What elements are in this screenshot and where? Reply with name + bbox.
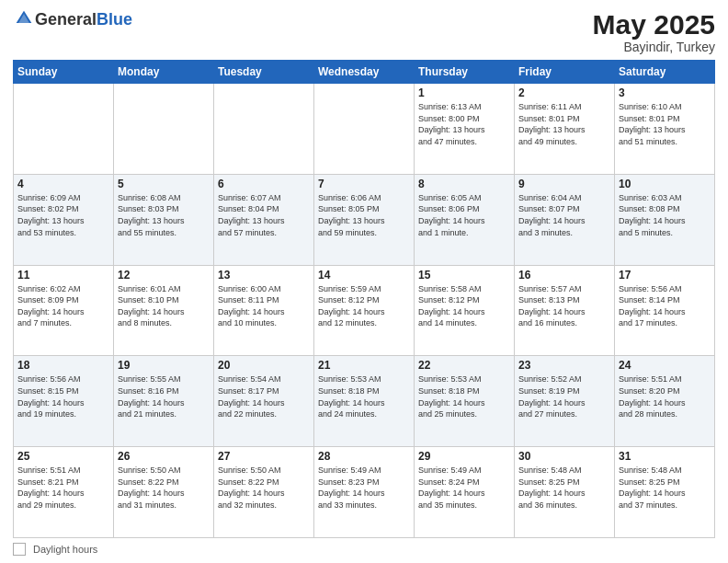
calendar-cell: 19Sunrise: 5:55 AM Sunset: 8:16 PM Dayli… — [114, 356, 214, 447]
calendar-cell: 11Sunrise: 6:02 AM Sunset: 8:09 PM Dayli… — [14, 265, 114, 356]
day-info: Sunrise: 5:58 AM Sunset: 8:12 PM Dayligh… — [418, 283, 510, 329]
calendar-cell: 30Sunrise: 5:48 AM Sunset: 8:25 PM Dayli… — [515, 447, 615, 538]
calendar-cell: 10Sunrise: 6:03 AM Sunset: 8:08 PM Dayli… — [615, 174, 715, 265]
calendar-header-monday: Monday — [114, 61, 214, 84]
day-number: 20 — [218, 359, 310, 372]
day-info: Sunrise: 6:10 AM Sunset: 8:01 PM Dayligh… — [619, 101, 711, 147]
calendar-cell — [114, 84, 214, 175]
day-number: 16 — [518, 269, 610, 282]
calendar-week-2: 4Sunrise: 6:09 AM Sunset: 8:02 PM Daylig… — [14, 174, 715, 265]
day-number: 12 — [118, 269, 210, 282]
day-number: 8 — [418, 178, 510, 190]
calendar-cell: 29Sunrise: 5:49 AM Sunset: 8:24 PM Dayli… — [415, 447, 515, 538]
calendar-cell: 23Sunrise: 5:52 AM Sunset: 8:19 PM Dayli… — [515, 356, 615, 447]
day-info: Sunrise: 5:48 AM Sunset: 8:25 PM Dayligh… — [518, 465, 610, 511]
calendar-header-saturday: Saturday — [615, 61, 715, 84]
day-number: 15 — [418, 269, 510, 282]
day-number: 31 — [619, 450, 711, 463]
calendar-cell: 25Sunrise: 5:51 AM Sunset: 8:21 PM Dayli… — [14, 447, 114, 538]
day-info: Sunrise: 5:50 AM Sunset: 8:22 PM Dayligh… — [118, 465, 210, 511]
calendar-cell: 22Sunrise: 5:53 AM Sunset: 8:18 PM Dayli… — [415, 356, 515, 447]
calendar-cell — [14, 84, 114, 175]
day-info: Sunrise: 5:53 AM Sunset: 8:18 PM Dayligh… — [418, 373, 510, 419]
calendar-cell: 15Sunrise: 5:58 AM Sunset: 8:12 PM Dayli… — [415, 265, 515, 356]
day-number: 26 — [118, 450, 210, 463]
calendar-week-1: 1Sunrise: 6:13 AM Sunset: 8:00 PM Daylig… — [14, 84, 715, 175]
legend-box — [13, 543, 26, 556]
day-number: 21 — [318, 359, 410, 372]
day-info: Sunrise: 5:53 AM Sunset: 8:18 PM Dayligh… — [318, 373, 410, 419]
calendar-cell: 9Sunrise: 6:04 AM Sunset: 8:07 PM Daylig… — [515, 174, 615, 265]
title-block: May 2025 Bayindir, Turkey — [593, 9, 715, 54]
day-info: Sunrise: 5:54 AM Sunset: 8:17 PM Dayligh… — [218, 373, 310, 419]
day-info: Sunrise: 6:03 AM Sunset: 8:08 PM Dayligh… — [619, 192, 711, 238]
day-number: 10 — [619, 178, 711, 190]
calendar-cell: 17Sunrise: 5:56 AM Sunset: 8:14 PM Dayli… — [615, 265, 715, 356]
calendar-cell: 1Sunrise: 6:13 AM Sunset: 8:00 PM Daylig… — [415, 84, 515, 175]
day-number: 27 — [218, 450, 310, 463]
day-info: Sunrise: 6:00 AM Sunset: 8:11 PM Dayligh… — [218, 283, 310, 329]
footer: Daylight hours — [13, 543, 715, 556]
day-number: 30 — [518, 450, 610, 463]
calendar-cell: 3Sunrise: 6:10 AM Sunset: 8:01 PM Daylig… — [615, 84, 715, 175]
logo-blue: Blue — [97, 10, 132, 29]
calendar-header-friday: Friday — [515, 61, 615, 84]
calendar-table: SundayMondayTuesdayWednesdayThursdayFrid… — [13, 60, 715, 538]
calendar-week-5: 25Sunrise: 5:51 AM Sunset: 8:21 PM Dayli… — [14, 447, 715, 538]
calendar-cell — [314, 84, 415, 175]
day-number: 4 — [17, 178, 109, 190]
logo-general: General — [35, 10, 97, 29]
day-number: 18 — [17, 359, 109, 372]
day-number: 23 — [518, 359, 610, 372]
day-info: Sunrise: 5:51 AM Sunset: 8:20 PM Dayligh… — [619, 373, 711, 419]
calendar-cell: 14Sunrise: 5:59 AM Sunset: 8:12 PM Dayli… — [314, 265, 415, 356]
page: GeneralBlue May 2025 Bayindir, Turkey Su… — [0, 0, 728, 563]
day-info: Sunrise: 6:01 AM Sunset: 8:10 PM Dayligh… — [118, 283, 210, 329]
calendar-cell: 2Sunrise: 6:11 AM Sunset: 8:01 PM Daylig… — [515, 84, 615, 175]
day-info: Sunrise: 6:06 AM Sunset: 8:05 PM Dayligh… — [318, 192, 410, 238]
day-number: 25 — [17, 450, 109, 463]
day-info: Sunrise: 5:57 AM Sunset: 8:13 PM Dayligh… — [518, 283, 610, 329]
day-number: 19 — [118, 359, 210, 372]
day-info: Sunrise: 6:09 AM Sunset: 8:02 PM Dayligh… — [17, 192, 109, 238]
calendar-cell: 27Sunrise: 5:50 AM Sunset: 8:22 PM Dayli… — [214, 447, 314, 538]
calendar-cell: 13Sunrise: 6:00 AM Sunset: 8:11 PM Dayli… — [214, 265, 314, 356]
day-number: 7 — [318, 178, 410, 190]
calendar-cell: 8Sunrise: 6:05 AM Sunset: 8:06 PM Daylig… — [415, 174, 515, 265]
day-number: 28 — [318, 450, 410, 463]
day-info: Sunrise: 6:05 AM Sunset: 8:06 PM Dayligh… — [418, 192, 510, 238]
day-info: Sunrise: 6:04 AM Sunset: 8:07 PM Dayligh… — [518, 192, 610, 238]
calendar-header-row: SundayMondayTuesdayWednesdayThursdayFrid… — [14, 61, 715, 84]
calendar-cell: 6Sunrise: 6:07 AM Sunset: 8:04 PM Daylig… — [214, 174, 314, 265]
day-info: Sunrise: 5:56 AM Sunset: 8:15 PM Dayligh… — [17, 373, 109, 419]
day-info: Sunrise: 5:52 AM Sunset: 8:19 PM Dayligh… — [518, 373, 610, 419]
calendar-cell: 28Sunrise: 5:49 AM Sunset: 8:23 PM Dayli… — [314, 447, 415, 538]
calendar-cell: 4Sunrise: 6:09 AM Sunset: 8:02 PM Daylig… — [14, 174, 114, 265]
day-number: 13 — [218, 269, 310, 282]
location: Bayindir, Turkey — [593, 40, 715, 54]
day-info: Sunrise: 5:59 AM Sunset: 8:12 PM Dayligh… — [318, 283, 410, 329]
day-info: Sunrise: 5:51 AM Sunset: 8:21 PM Dayligh… — [17, 465, 109, 511]
day-number: 14 — [318, 269, 410, 282]
day-number: 9 — [518, 178, 610, 190]
calendar-cell: 31Sunrise: 5:48 AM Sunset: 8:25 PM Dayli… — [615, 447, 715, 538]
day-number: 11 — [17, 269, 109, 282]
calendar-header-sunday: Sunday — [14, 61, 114, 84]
logo: GeneralBlue — [13, 9, 132, 31]
day-number: 3 — [619, 86, 711, 99]
month-title: May 2025 — [593, 9, 715, 40]
calendar-cell — [214, 84, 314, 175]
calendar-cell: 20Sunrise: 5:54 AM Sunset: 8:17 PM Dayli… — [214, 356, 314, 447]
day-info: Sunrise: 6:13 AM Sunset: 8:00 PM Dayligh… — [418, 101, 510, 147]
calendar-cell: 24Sunrise: 5:51 AM Sunset: 8:20 PM Dayli… — [615, 356, 715, 447]
calendar-cell: 16Sunrise: 5:57 AM Sunset: 8:13 PM Dayli… — [515, 265, 615, 356]
day-number: 24 — [619, 359, 711, 372]
calendar-header-tuesday: Tuesday — [214, 61, 314, 84]
day-number: 22 — [418, 359, 510, 372]
logo-text: GeneralBlue — [35, 11, 132, 29]
calendar-header-wednesday: Wednesday — [314, 61, 415, 84]
day-info: Sunrise: 5:49 AM Sunset: 8:24 PM Dayligh… — [418, 465, 510, 511]
day-number: 1 — [418, 86, 510, 99]
day-info: Sunrise: 5:55 AM Sunset: 8:16 PM Dayligh… — [118, 373, 210, 419]
day-info: Sunrise: 5:49 AM Sunset: 8:23 PM Dayligh… — [318, 465, 410, 511]
